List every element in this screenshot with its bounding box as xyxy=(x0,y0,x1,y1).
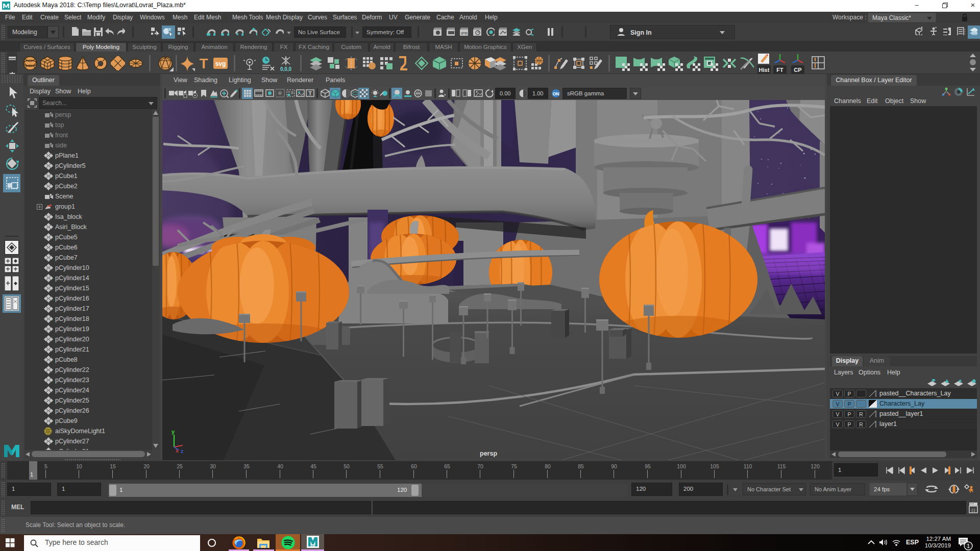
svg-text:svg: svg xyxy=(215,60,226,67)
svg-text:T: T xyxy=(308,90,312,96)
svg-text:T: T xyxy=(199,56,208,70)
svg-text:1: 1 xyxy=(967,543,970,549)
svg-text:persp: persp xyxy=(480,450,497,457)
svg-text:IPR: IPR xyxy=(461,31,468,36)
svg-text:y: y xyxy=(172,429,175,435)
svg-text:CP: CP xyxy=(794,67,801,73)
svg-text:MAYA: MAYA xyxy=(310,544,316,547)
svg-text:0,0,0: 0,0,0 xyxy=(280,66,292,71)
svg-text:{;}: {;} xyxy=(971,508,975,512)
svg-text:ON: ON xyxy=(553,91,559,96)
svg-text:z: z xyxy=(181,448,184,454)
svg-text:FT: FT xyxy=(776,67,783,73)
svg-text:Hist: Hist xyxy=(759,67,770,73)
